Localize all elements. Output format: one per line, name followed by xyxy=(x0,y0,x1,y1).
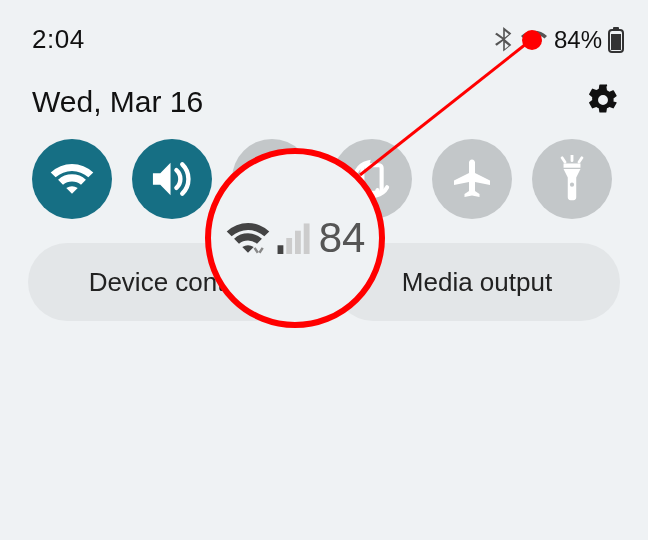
date-row: Wed, Mar 16 xyxy=(0,55,648,121)
bluetooth-icon xyxy=(494,27,514,53)
clock-time: 2:04 xyxy=(32,24,85,55)
device-control-button[interactable]: Device control xyxy=(28,243,314,321)
status-icons: 84% xyxy=(494,26,624,54)
sound-tile[interactable] xyxy=(132,139,212,219)
quick-settings-panel: 2:04 84% Wed, Mar 16 xyxy=(0,0,648,540)
wifi-icon xyxy=(520,29,548,51)
flashlight-tile[interactable] xyxy=(532,139,612,219)
auto-rotate-tile[interactable] xyxy=(332,139,412,219)
bluetooth-tile[interactable] xyxy=(232,139,312,219)
battery-percent: 84% xyxy=(554,26,602,54)
svg-rect-2 xyxy=(611,34,621,50)
svg-point-5 xyxy=(570,183,574,187)
battery-icon xyxy=(608,27,624,53)
svg-rect-4 xyxy=(564,163,581,167)
settings-gear-icon[interactable] xyxy=(586,83,620,121)
quick-tiles-row xyxy=(0,121,648,219)
status-bar: 2:04 84% xyxy=(0,0,648,55)
airplane-mode-tile[interactable] xyxy=(432,139,512,219)
pill-row: Device control Media output xyxy=(0,219,648,321)
wifi-tile[interactable] xyxy=(32,139,112,219)
media-output-button[interactable]: Media output xyxy=(334,243,620,321)
date-label[interactable]: Wed, Mar 16 xyxy=(32,85,203,119)
